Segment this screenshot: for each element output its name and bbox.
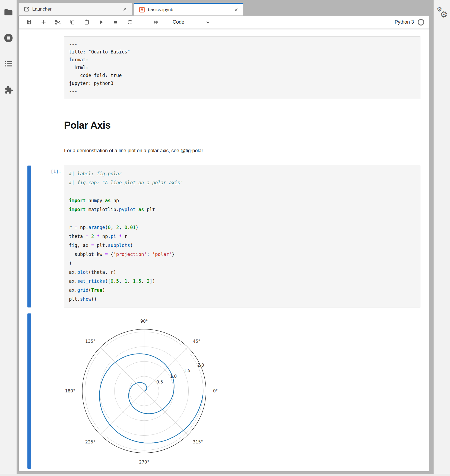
svg-text:0°: 0° <box>213 389 218 394</box>
svg-text:225°: 225° <box>85 440 95 445</box>
right-sidebar: ⚙ ⚙ <box>433 0 450 476</box>
notebook-panel: Launcher basics.ipynb <box>18 3 429 472</box>
svg-text:135°: 135° <box>85 339 95 344</box>
table-of-contents-icon[interactable] <box>0 55 17 72</box>
notebook-content: ---title: "Quarto Basics"format: html: c… <box>19 29 429 471</box>
raw-cell-editor[interactable]: ---title: "Quarto Basics"format: html: c… <box>64 36 420 99</box>
output-prompt <box>31 313 64 469</box>
cell-type-value: Code <box>173 19 184 25</box>
run-all-button[interactable] <box>151 18 161 27</box>
svg-text:2.0: 2.0 <box>197 363 204 368</box>
svg-text:45°: 45° <box>193 339 200 344</box>
tab-launcher-label: Launcher <box>32 7 119 12</box>
code-cell: [1]: #| label: fig-polar#| fig-cap: "A l… <box>19 166 429 307</box>
stop-button[interactable] <box>110 18 121 27</box>
file-browser-icon[interactable] <box>0 4 17 21</box>
left-sidebar <box>0 0 17 476</box>
tab-launcher-close-icon[interactable] <box>122 6 128 12</box>
kernel-name: Python 3 <box>395 19 414 25</box>
execution-count: [1]: <box>31 166 64 307</box>
polar-plot: 0°45°90°135°180°225°270°315°0.51.01.52.0 <box>64 313 227 469</box>
notebook-body: Code Python 3 ---title: "Quarto Basics"f… <box>18 15 429 472</box>
svg-text:1.0: 1.0 <box>170 374 177 379</box>
tab-notebook-label: basics.ipynb <box>148 7 230 12</box>
insert-cell-button[interactable] <box>38 18 49 27</box>
output-cell: 0°45°90°135°180°225°270°315°0.51.01.52.0 <box>19 313 429 469</box>
folder-icon <box>4 7 13 17</box>
code-cell-collapser[interactable] <box>27 166 31 307</box>
tab-launcher[interactable]: Launcher <box>18 3 132 15</box>
tab-bar: Launcher basics.ipynb <box>18 3 429 15</box>
cut-button[interactable] <box>52 18 63 27</box>
copy-button[interactable] <box>67 18 78 27</box>
gear-big-icon: ⚙ <box>440 9 448 20</box>
code-cell-editor[interactable]: #| label: fig-polar#| fig-cap: "A line p… <box>64 166 420 307</box>
notebook-toolbar: Code Python 3 <box>19 16 429 29</box>
tab-notebook[interactable]: basics.ipynb <box>134 3 243 15</box>
kernel-area: Python 3 <box>395 19 425 26</box>
svg-text:0.5: 0.5 <box>156 380 163 385</box>
extension-manager-icon[interactable] <box>0 81 17 98</box>
stop-circle-icon <box>3 33 14 43</box>
svg-text:1.5: 1.5 <box>184 368 191 373</box>
output-area: 0°45°90°135°180°225°270°315°0.51.01.52.0 <box>64 313 420 469</box>
launcher-icon <box>24 6 30 12</box>
svg-text:315°: 315° <box>193 440 203 445</box>
svg-text:90°: 90° <box>140 319 148 324</box>
svg-text:270°: 270° <box>139 460 149 465</box>
chevron-down-icon <box>205 20 211 25</box>
notebook-file-icon <box>139 7 145 13</box>
kernel-status-icon[interactable] <box>418 19 424 26</box>
save-button[interactable] <box>24 18 34 27</box>
list-icon <box>4 59 13 69</box>
property-inspector-icon[interactable]: ⚙ ⚙ <box>434 4 450 23</box>
markdown-heading: Polar Axis <box>64 120 429 131</box>
svg-text:180°: 180° <box>65 389 75 394</box>
status-bar <box>0 474 450 476</box>
markdown-paragraph: For a demonstration of a line plot on a … <box>64 148 429 154</box>
paste-button[interactable] <box>81 18 92 27</box>
running-kernels-icon[interactable] <box>0 30 17 46</box>
puzzle-icon <box>4 85 13 94</box>
cell-type-dropdown[interactable]: Code <box>171 18 212 26</box>
tab-notebook-close-icon[interactable] <box>233 7 239 13</box>
restart-kernel-button[interactable] <box>124 18 135 27</box>
output-collapser[interactable] <box>27 313 31 469</box>
run-button[interactable] <box>96 18 106 27</box>
